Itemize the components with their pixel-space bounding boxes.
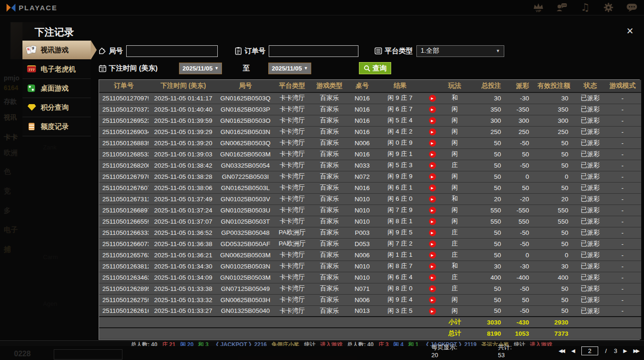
first-page-icon[interactable]: ◀◀: [558, 348, 565, 354]
cell-round-number: GN01625B0503M: [218, 148, 273, 160]
replay-play-icon[interactable]: ▶: [429, 240, 436, 247]
cell-result: 闲 8 庄 0: [377, 283, 423, 294]
replay-play-icon[interactable]: ▶: [429, 95, 436, 102]
next-page-icon[interactable]: ▶: [623, 348, 627, 354]
cell-total-bet: 250: [468, 126, 509, 137]
replay-play-icon[interactable]: ▶: [429, 184, 436, 191]
cell-table-number: N016: [348, 115, 377, 126]
cell-bet-type: 闲: [441, 216, 468, 227]
cell-replay: ▶: [423, 272, 441, 283]
cell-bet-type: 庄: [441, 160, 468, 171]
replay-play-icon[interactable]: ▶: [429, 207, 436, 214]
tab-label: 电子老虎机: [41, 65, 76, 74]
cell-platform-type: 卡卡湾厅: [273, 205, 311, 216]
order-number-input[interactable]: [269, 45, 358, 57]
cell-bet-time: 2025-11-05 01:34:30: [149, 261, 218, 272]
cell-replay: ▶: [423, 137, 441, 148]
cell-valid-bet: 400: [537, 272, 577, 283]
cell-platform-type: PA欧洲厅: [273, 238, 311, 249]
cell-total-bet: 50: [468, 160, 509, 171]
summary-empty: [604, 328, 641, 339]
replay-play-icon[interactable]: ▶: [429, 196, 436, 203]
cell-round-number: GN01625B0503Q: [218, 92, 273, 104]
page-input[interactable]: [581, 346, 598, 355]
platform-selected-value: 1.全部: [421, 47, 439, 55]
tab-label: 视讯游戏: [41, 46, 69, 55]
cell-payout: 50: [509, 294, 537, 305]
replay-play-icon[interactable]: ▶: [429, 140, 436, 147]
replay-play-icon[interactable]: ▶: [429, 128, 436, 135]
column-header: 桌号: [348, 80, 377, 92]
date-from-select[interactable]: 2025/11/05▼: [179, 63, 222, 74]
table-row: 2511050126883962025-11-05 01:39:20GN0062…: [99, 137, 641, 148]
list-icon: [374, 47, 382, 55]
cell-game-type: 百家乐: [311, 193, 348, 205]
round-number-input[interactable]: [126, 45, 218, 57]
cell-payout: -50: [509, 305, 537, 317]
cell-total-bet: 20: [468, 193, 509, 205]
prev-page-icon[interactable]: ◀: [571, 348, 575, 354]
cell-total-bet: 50: [468, 137, 509, 148]
cell-game-mode: -: [604, 104, 641, 115]
replay-play-icon[interactable]: ▶: [429, 229, 436, 236]
cell-bet-type: 闲: [441, 182, 468, 193]
table-row: 2511050126289502025-11-05 01:33:38GN0712…: [99, 283, 641, 294]
tab-video-games[interactable]: K9 视讯游戏: [22, 41, 91, 60]
replay-play-icon[interactable]: ▶: [429, 218, 436, 225]
cell-bet-time: 2025-11-05 01:36:52: [149, 227, 218, 238]
cell-bet-time: 2025-11-05 01:39:03: [149, 148, 218, 160]
tab-slots[interactable]: 777 电子老虎机: [22, 60, 91, 79]
tab-label: 积分查询: [41, 103, 69, 112]
playing-cards-icon: K9: [27, 45, 37, 55]
column-header: 结果: [377, 80, 423, 92]
cell-platform-type: 卡卡湾厅: [273, 126, 311, 137]
replay-play-icon[interactable]: ▶: [429, 151, 436, 158]
cell-replay: ▶: [423, 305, 441, 317]
cell-total-bet: 30: [468, 92, 509, 104]
tab-quota-records[interactable]: 额度记录: [22, 117, 91, 136]
chevron-down-icon: ▼: [304, 66, 308, 71]
date-to-select[interactable]: 2025/11/05▼: [268, 63, 311, 74]
replay-play-icon[interactable]: ▶: [429, 308, 436, 315]
cell-game-type: 百家乐: [311, 160, 348, 171]
replay-play-icon[interactable]: ▶: [429, 263, 436, 270]
cell-platform-type: 卡卡湾厅: [273, 283, 311, 294]
replay-play-icon[interactable]: ▶: [429, 296, 436, 304]
bet-time-label: 下注时间 (美东): [99, 64, 157, 73]
tab-points-query[interactable]: 积分查询: [22, 98, 91, 117]
replay-play-icon[interactable]: ▶: [429, 274, 436, 281]
platform-type-select[interactable]: 1.全部 ▼: [416, 45, 504, 57]
cell-table-number: N010: [348, 261, 377, 272]
cell-order-number: 251105012626161: [99, 305, 149, 317]
grand-total-row: 总计819010537373: [99, 328, 641, 339]
table-row: 2511050127037262025-11-05 01:40:40GN0162…: [99, 104, 641, 115]
cell-table-number: P003: [348, 227, 377, 238]
replay-play-icon[interactable]: ▶: [429, 285, 436, 292]
cell-result: 闲 0 庄 9: [377, 137, 423, 148]
cell-bet-type: 闲: [441, 104, 468, 115]
table-row: 2511050126903452025-11-05 01:39:29GN0162…: [99, 126, 641, 137]
search-button[interactable]: 查询: [359, 62, 391, 74]
replay-play-icon[interactable]: ▶: [429, 106, 436, 113]
replay-play-icon[interactable]: ▶: [429, 117, 436, 124]
settings-gear-icon[interactable]: [603, 2, 614, 13]
column-header: 有效投注额: [537, 80, 577, 92]
replay-play-icon[interactable]: ▶: [429, 162, 436, 169]
customer-service-icon[interactable]: [556, 2, 567, 13]
cell-platform-type: 卡卡湾厅: [273, 115, 311, 126]
replay-play-icon[interactable]: ▶: [429, 173, 436, 180]
cell-table-number: N006: [348, 137, 377, 148]
cell-game-type: 百家乐: [311, 305, 348, 317]
cell-payout: -20: [509, 193, 537, 205]
last-page-icon[interactable]: ▶▶: [633, 348, 640, 354]
close-icon[interactable]: ✕: [624, 26, 636, 36]
chat-icon[interactable]: [626, 2, 637, 13]
chevron-down-icon: ▼: [215, 66, 219, 71]
replay-play-icon[interactable]: ▶: [429, 252, 436, 259]
cell-table-number: N006: [348, 249, 377, 261]
music-icon[interactable]: ♫: [580, 2, 591, 13]
status-badge: 已派彩: [577, 238, 604, 249]
vip-crown-icon[interactable]: VIP: [533, 2, 544, 13]
table-header-row: 订单号下注时间 (美东)局号平台类型游戏类型桌号结果玩法总投注派彩有效投注额状态…: [99, 80, 641, 92]
tab-table-games[interactable]: 桌面游戏: [22, 79, 91, 98]
